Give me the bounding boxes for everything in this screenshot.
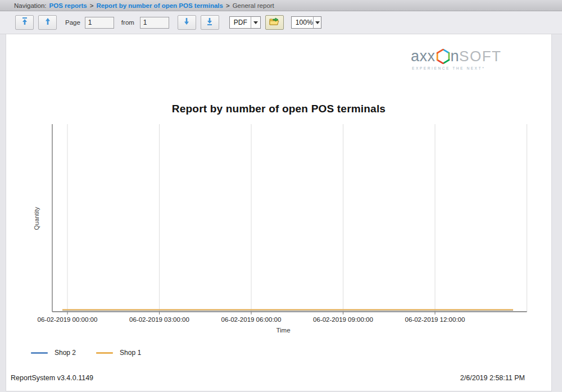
report-page: axx n SOFT EXPERIENCE THE NEXT* Report b… xyxy=(6,34,552,391)
from-label: from xyxy=(121,19,134,26)
axxonsoft-logo: axx n SOFT EXPERIENCE THE NEXT* xyxy=(411,48,523,70)
svg-text:06-02-2019 00:00:00: 06-02-2019 00:00:00 xyxy=(38,316,98,323)
logo-tagline: EXPERIENCE THE NEXT* xyxy=(411,66,523,70)
chart-legend: Shop 2 Shop 1 xyxy=(31,349,141,357)
zoom-value: 100% xyxy=(292,17,313,28)
logo-text-n: n xyxy=(451,48,460,65)
export-format-select[interactable]: PDF xyxy=(229,16,261,29)
breadcrumb-prefix: Navigation: xyxy=(14,2,47,9)
arrow-up-to-bar-icon xyxy=(21,17,28,28)
last-page-button[interactable] xyxy=(201,15,219,30)
legend-item-shop1: Shop 1 xyxy=(96,349,141,357)
x-axis-label: Time xyxy=(276,327,290,334)
zoom-select[interactable]: 100% xyxy=(291,16,321,29)
chevron-down-icon xyxy=(313,17,321,28)
report-footer: ReportSystem v3.4.0.1149 2/6/2019 2:58:1… xyxy=(11,374,525,382)
logo-text-axx: axx xyxy=(411,48,436,65)
arrow-up-icon xyxy=(44,17,51,28)
report-title: Report by number of open POS terminals xyxy=(6,103,551,115)
footer-version: ReportSystem v3.4.0.1149 xyxy=(11,374,93,382)
export-format-value: PDF xyxy=(230,17,251,28)
report-viewport: axx n SOFT EXPERIENCE THE NEXT* Report b… xyxy=(0,34,562,391)
logo-hexagon-icon xyxy=(436,49,450,64)
export-button[interactable] xyxy=(265,15,284,30)
breadcrumb-link-report[interactable]: Report by number of open POS terminals xyxy=(96,2,223,9)
legend-line-shop1 xyxy=(96,352,113,354)
breadcrumb-current: General report xyxy=(233,2,274,9)
report-toolbar: Page from PDF 100% xyxy=(0,11,562,34)
chevron-down-icon xyxy=(251,17,260,28)
y-axis-label: Quantity xyxy=(33,207,40,230)
svg-text:06-02-2019 06:00:00: 06-02-2019 06:00:00 xyxy=(221,316,282,323)
svg-text:06-02-2019 12:00:00: 06-02-2019 12:00:00 xyxy=(405,316,465,323)
legend-item-shop2: Shop 2 xyxy=(31,349,76,357)
arrow-down-icon xyxy=(183,17,190,28)
next-page-button[interactable] xyxy=(178,15,196,30)
total-pages-input[interactable] xyxy=(140,17,169,29)
logo-text-soft: SOFT xyxy=(459,48,501,65)
first-page-button[interactable] xyxy=(15,15,34,30)
legend-line-shop2 xyxy=(31,352,48,354)
breadcrumb: Navigation: POS reports > Report by numb… xyxy=(0,0,562,11)
svg-text:06-02-2019 03:00:00: 06-02-2019 03:00:00 xyxy=(129,316,189,323)
arrow-down-to-bar-icon xyxy=(206,17,213,28)
chart-plot-area: 06-02-2019 00:00:0006-02-2019 03:00:0006… xyxy=(38,124,527,323)
footer-timestamp: 2/6/2019 2:58:11 PM xyxy=(460,374,525,382)
svg-text:06-02-2019 09:00:00: 06-02-2019 09:00:00 xyxy=(313,316,373,323)
pos-terminals-chart: 06-02-2019 00:00:0006-02-2019 03:00:0006… xyxy=(6,118,552,343)
page-label: Page xyxy=(65,19,80,26)
export-folder-icon xyxy=(269,17,279,28)
breadcrumb-separator: > xyxy=(90,2,94,9)
breadcrumb-link-pos-reports[interactable]: POS reports xyxy=(49,2,87,9)
page-number-input[interactable] xyxy=(85,17,114,29)
breadcrumb-separator: > xyxy=(226,2,230,9)
legend-label-shop2: Shop 2 xyxy=(55,349,76,357)
previous-page-button[interactable] xyxy=(38,15,57,30)
legend-label-shop1: Shop 1 xyxy=(120,349,141,357)
